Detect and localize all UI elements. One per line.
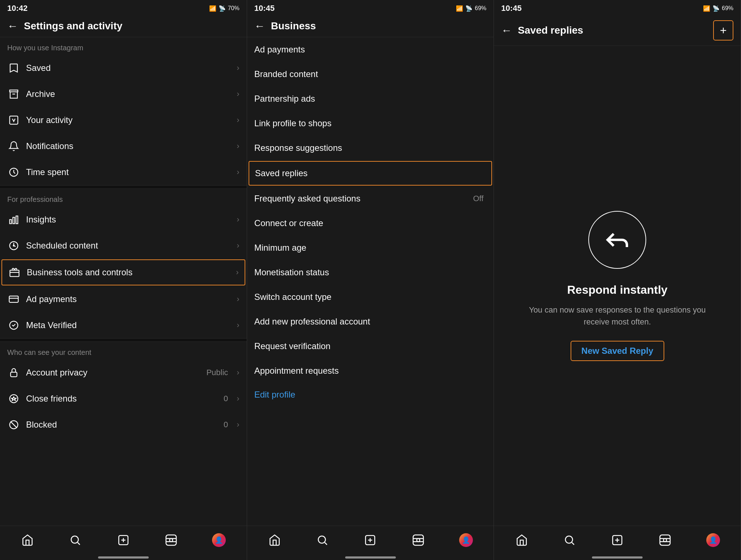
header-1: ← Settings and activity <box>0 15 247 37</box>
add-saved-reply-button[interactable]: + <box>713 20 733 41</box>
menu-item-business-tools[interactable]: Business tools and controls › <box>1 259 245 285</box>
edit-profile-link[interactable]: Edit profile <box>247 383 494 406</box>
menu-item-b-branded[interactable]: Branded content <box>247 62 494 86</box>
back-button-2[interactable]: ← <box>254 21 265 31</box>
menu-label-business-tools: Business tools and controls <box>27 267 230 277</box>
menu-label-b-link-shops: Link profile to shops <box>254 118 487 128</box>
chevron-ad-payments: › <box>237 294 239 304</box>
block-icon <box>7 418 20 431</box>
status-icons-1: 📶 📡 70% <box>209 5 240 12</box>
nav-profile-3[interactable]: 👤 <box>702 531 724 549</box>
header-2: ← Business <box>247 15 494 37</box>
menu-item-your-activity[interactable]: Your activity › <box>0 107 247 133</box>
menu-item-b-ad-payments[interactable]: Ad payments <box>247 37 494 62</box>
menu-item-b-min-age[interactable]: Minimum age <box>247 236 494 260</box>
respond-instantly-title: Respond instantly <box>567 283 668 297</box>
nav-search-1[interactable] <box>64 531 86 549</box>
menu-item-insights[interactable]: Insights › <box>0 207 247 233</box>
menu-item-b-response-suggestions[interactable]: Response suggestions <box>247 136 494 160</box>
menu-item-archive[interactable]: Archive › <box>0 81 247 107</box>
menu-label-b-saved-replies: Saved replies <box>255 168 486 178</box>
menu-label-b-min-age: Minimum age <box>254 243 487 253</box>
chevron-archive: › <box>237 89 239 99</box>
back-button-3[interactable]: ← <box>501 25 512 36</box>
chevron-account-privacy: › <box>237 368 239 377</box>
wifi-icon-3: 📡 <box>712 5 720 12</box>
menu-label-time-spent: Time spent <box>26 167 231 177</box>
page-title-3: Saved replies <box>518 25 707 36</box>
menu-item-b-appointment[interactable]: Appointment requests <box>247 359 494 383</box>
reply-icon-circle <box>588 211 646 269</box>
status-icons-2: 📶 📡 69% <box>456 5 486 12</box>
menu-item-b-faq[interactable]: Frequently asked questions Off <box>247 186 494 211</box>
menu-item-b-add-professional[interactable]: Add new professional account <box>247 309 494 334</box>
nav-profile-2[interactable]: 👤 <box>455 531 477 549</box>
chevron-close-friends: › <box>237 394 239 403</box>
nav-add-3[interactable] <box>606 531 628 549</box>
svg-rect-39 <box>660 535 670 545</box>
back-button-1[interactable]: ← <box>7 21 18 31</box>
nav-reels-2[interactable] <box>407 531 429 549</box>
menu-item-ad-payments[interactable]: Ad payments › <box>0 286 247 312</box>
menu-item-b-link-shops[interactable]: Link profile to shops <box>247 111 494 136</box>
blocked-value: 0 <box>224 420 228 429</box>
nav-home-1[interactable] <box>17 531 38 549</box>
scheduled-icon <box>7 239 20 252</box>
nav-search-3[interactable] <box>559 531 580 549</box>
settings-menu-list: How you use Instagram Saved › Archive › … <box>0 37 247 526</box>
menu-item-b-saved-replies[interactable]: Saved replies <box>249 161 492 186</box>
header-3: ← Saved replies + <box>494 15 741 46</box>
nav-reels-1[interactable] <box>160 531 182 549</box>
status-time-1: 10:42 <box>7 4 27 13</box>
section-label-content: Who can see your content <box>0 342 247 360</box>
nav-reels-3[interactable] <box>654 531 676 549</box>
profile-avatar-3: 👤 <box>706 533 720 547</box>
signal-icon-2: 📶 <box>456 5 463 12</box>
menu-label-b-monetisation: Monetisation status <box>254 267 487 277</box>
menu-item-time-spent[interactable]: Time spent › <box>0 159 247 185</box>
menu-item-scheduled[interactable]: Scheduled content › <box>0 233 247 259</box>
nav-profile-1[interactable]: 👤 <box>208 531 230 549</box>
menu-item-saved[interactable]: Saved › <box>0 55 247 81</box>
menu-label-archive: Archive <box>26 89 231 99</box>
menu-item-blocked[interactable]: Blocked 0 › <box>0 412 247 438</box>
card-icon <box>7 293 20 306</box>
panel-settings: 10:42 📶 📡 70% ← Settings and activity Ho… <box>0 0 247 560</box>
svg-rect-21 <box>166 535 176 545</box>
nav-home-3[interactable] <box>511 531 533 549</box>
menu-item-b-connect[interactable]: Connect or create <box>247 211 494 236</box>
status-bar-2: 10:45 📶 📡 69% <box>247 0 494 15</box>
divider-2 <box>0 338 247 342</box>
menu-label-b-faq: Frequently asked questions <box>254 194 467 204</box>
battery-icon-3: 69% <box>722 5 733 12</box>
svg-point-22 <box>170 539 173 542</box>
page-title-1: Settings and activity <box>24 20 240 32</box>
menu-item-meta-verified[interactable]: Meta Verified › <box>0 312 247 338</box>
nav-home-2[interactable] <box>264 531 285 549</box>
svg-rect-2 <box>10 220 12 224</box>
nav-add-2[interactable] <box>359 531 381 549</box>
menu-item-b-switch-account[interactable]: Switch account type <box>247 285 494 309</box>
svg-rect-4 <box>16 216 18 224</box>
menu-item-b-partnership[interactable]: Partnership ads <box>247 86 494 111</box>
nav-add-1[interactable] <box>113 531 134 549</box>
reply-arrow-icon <box>603 225 632 254</box>
menu-item-account-privacy[interactable]: Account privacy Public › <box>0 360 247 386</box>
menu-item-notifications[interactable]: Notifications › <box>0 133 247 159</box>
chevron-business-tools: › <box>236 268 238 277</box>
menu-label-b-partnership: Partnership ads <box>254 94 487 104</box>
menu-label-b-response-suggestions: Response suggestions <box>254 143 487 153</box>
chevron-saved: › <box>237 63 239 73</box>
section-label-how: How you use Instagram <box>0 37 247 55</box>
section-label-professionals: For professionals <box>0 189 247 207</box>
chevron-meta-verified: › <box>237 321 239 330</box>
new-saved-reply-button[interactable]: New Saved Reply <box>571 341 664 361</box>
status-icons-3: 📶 📡 69% <box>703 5 733 12</box>
menu-item-b-request-verification[interactable]: Request verification <box>247 334 494 359</box>
menu-label-b-request-verification: Request verification <box>254 341 487 351</box>
nav-search-2[interactable] <box>312 531 333 549</box>
menu-item-b-monetisation[interactable]: Monetisation status <box>247 260 494 285</box>
menu-item-close-friends[interactable]: Close friends 0 › <box>0 386 247 412</box>
menu-label-b-branded: Branded content <box>254 69 487 79</box>
chevron-notifications: › <box>237 141 239 151</box>
